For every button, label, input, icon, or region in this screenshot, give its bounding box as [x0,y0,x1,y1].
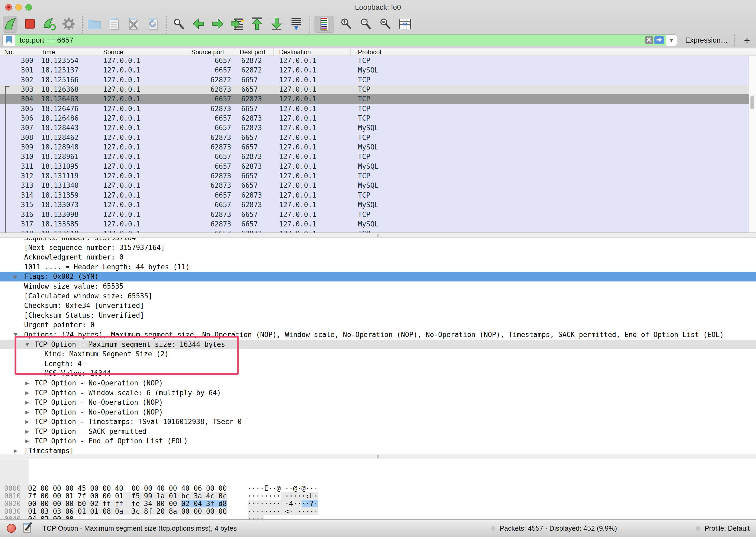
detail-row[interactable]: MSS Value: 16344 [0,368,756,378]
chevron-right-icon[interactable]: ▶ [25,417,29,427]
capture-options-button[interactable] [61,16,76,32]
detail-row[interactable]: ▶TCP Option - No-Operation (NOP) [0,397,756,407]
chevron-down-icon[interactable]: ▼ [25,340,29,350]
chevron-right-icon[interactable]: ▶ [25,378,29,388]
ascii-segment[interactable]: ···· [248,515,264,519]
detail-row[interactable]: ▼TCP Option - Maximum segment size: 1634… [0,340,756,350]
detail-row[interactable]: Sequence number: 3157937164 [0,238,756,243]
packet-row[interactable]: 30018.123554127.0.0.1665762872127.0.0.1T… [0,56,749,65]
detail-row[interactable]: Kind: Maximum Segment Size (2) [0,349,756,359]
splitter-handle-icon[interactable] [377,233,379,237]
splitter-handle-icon[interactable] [377,455,379,458]
hex-row[interactable]: 00107f 00 00 01 7f 00 00 01 f5 99 1a 01 … [0,492,756,500]
packet-row[interactable]: 31518.133073127.0.0.1665762873127.0.0.1M… [0,200,749,210]
packet-row[interactable]: 31218.131119127.0.0.1628736657127.0.0.1T… [0,171,749,181]
hex-segment[interactable]: 04 02 00 00 [28,515,73,519]
find-packet-button[interactable] [172,16,186,32]
open-file-button[interactable] [87,16,102,32]
display-filter-field[interactable]: tcp.port == 6657 ▾ [2,34,677,46]
chevron-down-icon[interactable]: ▼ [14,330,18,340]
ascii-segment[interactable]: ····E··@ ··@·@··· [248,484,318,492]
packet-row[interactable]: 30118.125137127.0.0.1665762872127.0.0.1M… [0,65,749,75]
ascii-segment[interactable] [281,492,285,500]
hex-row[interactable]: 002000 00 00 00 b0 02 ff ff fe 34 00 00 … [0,500,756,508]
hex-segment[interactable] [123,492,132,500]
auto-scroll-button[interactable] [289,16,304,32]
detail-row[interactable]: [Calculated window size: 65535] [0,291,756,301]
packet-row[interactable]: 31818.133610127.0.0.1665762873127.0.0.1T… [0,229,749,232]
chevron-right-icon[interactable]: ▶ [25,407,29,417]
filter-apply-button[interactable] [655,36,664,44]
expression-button[interactable]: Expression… [685,36,728,44]
reload-file-button[interactable] [146,16,161,32]
column-header-destination[interactable]: Destination [274,48,350,56]
detail-row[interactable]: Window size value: 65535 [0,281,756,291]
detail-row[interactable]: ▶TCP Option - Timestamps: TSval 10160129… [0,417,756,427]
hex-segment[interactable]: 02 00 00 00 45 00 00 40 00 00 40 00 40 0… [28,484,227,492]
chevron-right-icon[interactable]: ▶ [25,388,29,398]
detail-row[interactable]: ▶TCP Option - End of Option List (EOL) [0,436,756,446]
go-forward-button[interactable] [211,16,225,32]
hex-segment[interactable]: 02 04 3f d8 [181,500,227,508]
column-header-protocol[interactable]: Protocol [350,48,756,56]
detail-row[interactable]: ▼Options: (24 bytes), Maximum segment si… [0,330,756,340]
detail-row[interactable]: [Checksum Status: Unverified] [0,310,756,320]
start-capture-button[interactable] [3,16,18,32]
resize-columns-button[interactable] [398,16,413,32]
packet-row[interactable]: 30818.128462127.0.0.1628736657127.0.0.1T… [0,133,749,142]
filter-history-dropdown[interactable]: ▾ [666,35,677,46]
filter-bookmark-button[interactable] [3,35,15,46]
chevron-right-icon[interactable]: ▶ [25,436,29,446]
ascii-segment[interactable]: ········ ·4·· [248,500,301,508]
packet-row[interactable]: 30218.125166127.0.0.1628726657127.0.0.1T… [0,75,749,85]
detail-row[interactable]: ▶[Timestamps] [0,446,756,454]
hex-row[interactable]: 004004 02 00 00···· [0,515,756,519]
detail-row[interactable]: 1011 .... = Header Length: 44 bytes (11) [0,262,756,272]
packet-list-scrollbar[interactable] [749,56,756,232]
stop-capture-button[interactable] [22,16,37,32]
column-header-no[interactable]: No. [0,48,37,56]
packet-row[interactable]: 30918.128948127.0.0.1628736657127.0.0.1M… [0,142,749,152]
hex-segment[interactable]: 7f 00 00 01 7f 00 00 01 [28,492,123,500]
close-file-button[interactable] [126,16,141,32]
packet-row[interactable]: 31418.131359127.0.0.1665762873127.0.0.1T… [0,190,749,200]
hex-row[interactable]: 003001 03 03 06 01 01 08 0a 3c 8f 20 8a … [0,508,756,515]
chevron-right-icon[interactable]: ▶ [14,446,18,454]
add-filter-button[interactable]: + [742,35,752,46]
go-last-button[interactable] [269,16,284,32]
colorize-packets-button[interactable] [314,16,334,32]
go-first-button[interactable] [250,16,264,32]
detail-row[interactable]: ▶TCP Option - SACK permitted [0,427,756,436]
detail-row[interactable]: Urgent pointer: 0 [0,320,756,330]
hex-segment[interactable]: 00 00 00 00 b0 02 ff ff fe 34 00 00 [28,500,181,508]
hex-segment[interactable]: 01 03 03 06 01 01 08 0a 3c 8f 20 8a 00 0… [28,507,227,515]
chevron-right-icon[interactable]: ▶ [25,397,29,407]
packet-row[interactable]: 31618.133098127.0.0.1628736657127.0.0.1T… [0,210,749,219]
column-header-time[interactable]: Time [37,48,98,56]
pane-splitter-top[interactable] [0,232,756,238]
save-file-button[interactable] [106,16,121,32]
hex-segment[interactable]: f5 99 1a 01 bc 3a 4c 0c [132,492,227,500]
go-back-button[interactable] [191,16,206,32]
go-to-packet-button[interactable] [230,16,245,32]
column-header-source[interactable]: Source [98,48,189,56]
detail-row[interactable]: ▶Flags: 0x002 (SYN) [0,272,756,281]
restart-capture-button[interactable] [42,16,57,32]
detail-row[interactable]: ▶TCP Option - No-Operation (NOP) [0,407,756,417]
detail-row[interactable]: Checksum: 0xfe34 [unverified] [0,301,756,310]
detail-row[interactable]: Length: 4 [0,359,756,369]
filter-clear-button[interactable] [645,36,653,44]
scrollbar-thumb[interactable] [750,96,754,109]
zoom-out-button[interactable] [358,16,373,32]
zoom-in-button[interactable] [339,16,354,32]
packet-row[interactable]: 31718.133585127.0.0.1628736657127.0.0.1M… [0,219,749,229]
profile-group[interactable]: Profile: Default [696,524,750,532]
detail-row[interactable]: [Next sequence number: 3157937164] [0,243,756,253]
detail-row[interactable]: ▶TCP Option - Window scale: 6 (multiply … [0,388,756,398]
ascii-segment[interactable]: ········ <· ····· [248,507,318,515]
column-header-dest-port[interactable]: Dest port [235,48,274,56]
packet-row[interactable]: 30618.126486127.0.0.1665762873127.0.0.1T… [0,113,749,123]
packet-row[interactable]: 31018.128961127.0.0.1665762873127.0.0.1T… [0,152,749,161]
capture-comment-icon[interactable] [23,521,32,535]
packet-row[interactable]: 30718.128443127.0.0.1665762873127.0.0.1M… [0,123,749,133]
